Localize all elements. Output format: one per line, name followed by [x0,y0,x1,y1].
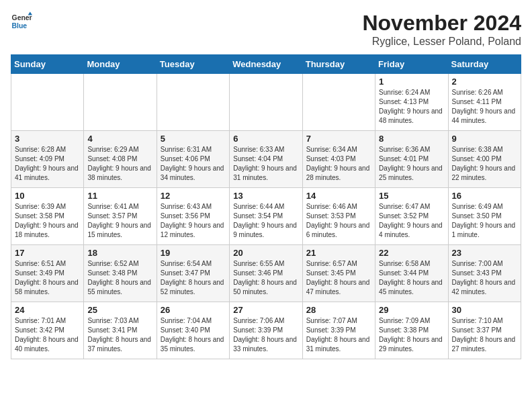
table-row: 27Sunrise: 7:06 AM Sunset: 3:39 PM Dayli… [230,302,302,359]
day-number: 19 [161,248,226,258]
table-row: 7Sunrise: 6:34 AM Sunset: 4:03 PM Daylig… [302,131,375,188]
table-row: 4Sunrise: 6:29 AM Sunset: 4:08 PM Daylig… [84,131,157,188]
day-info: Sunrise: 6:47 AM Sunset: 3:52 PM Dayligh… [379,202,444,240]
day-info: Sunrise: 7:10 AM Sunset: 3:37 PM Dayligh… [452,316,517,354]
table-row [230,74,302,131]
day-info: Sunrise: 7:06 AM Sunset: 3:39 PM Dayligh… [233,316,298,354]
svg-text:General: General [12,14,32,21]
month-title: November 2024 [362,11,521,36]
table-row: 16Sunrise: 6:49 AM Sunset: 3:50 PM Dayli… [448,188,521,245]
header-thursday: Thursday [302,55,375,74]
table-row: 19Sunrise: 6:54 AM Sunset: 3:47 PM Dayli… [157,245,229,302]
day-info: Sunrise: 6:49 AM Sunset: 3:50 PM Dayligh… [452,202,517,240]
day-number: 24 [15,305,80,315]
day-info: Sunrise: 7:01 AM Sunset: 3:42 PM Dayligh… [15,316,80,354]
page-header: General Blue November 2024 Ryglice, Less… [11,11,521,48]
day-number: 30 [452,305,517,315]
day-info: Sunrise: 6:44 AM Sunset: 3:54 PM Dayligh… [233,202,298,240]
day-number: 22 [379,248,444,258]
day-info: Sunrise: 7:09 AM Sunset: 3:38 PM Dayligh… [379,316,444,354]
header-sunday: Sunday [11,55,84,74]
day-number: 20 [233,248,298,258]
day-number: 17 [15,248,80,258]
day-info: Sunrise: 6:38 AM Sunset: 4:00 PM Dayligh… [452,145,517,183]
day-number: 14 [306,191,371,201]
header-monday: Monday [84,55,157,74]
table-row: 14Sunrise: 6:46 AM Sunset: 3:53 PM Dayli… [302,188,375,245]
day-info: Sunrise: 6:43 AM Sunset: 3:56 PM Dayligh… [161,202,226,240]
day-number: 5 [161,134,226,144]
day-number: 16 [452,191,517,201]
day-number: 6 [233,134,298,144]
table-row: 9Sunrise: 6:38 AM Sunset: 4:00 PM Daylig… [448,131,521,188]
day-info: Sunrise: 6:55 AM Sunset: 3:46 PM Dayligh… [233,259,298,297]
day-info: Sunrise: 6:28 AM Sunset: 4:09 PM Dayligh… [15,145,80,183]
day-number: 4 [87,134,152,144]
calendar-header-row: Sunday Monday Tuesday Wednesday Thursday… [11,55,521,74]
day-number: 25 [87,305,152,315]
table-row: 6Sunrise: 6:33 AM Sunset: 4:04 PM Daylig… [230,131,302,188]
table-row: 1Sunrise: 6:24 AM Sunset: 4:13 PM Daylig… [375,74,448,131]
day-info: Sunrise: 6:33 AM Sunset: 4:04 PM Dayligh… [233,145,298,183]
table-row: 12Sunrise: 6:43 AM Sunset: 3:56 PM Dayli… [157,188,229,245]
logo-icon: General Blue [11,11,32,32]
day-number: 7 [306,134,371,144]
day-number: 27 [233,305,298,315]
day-number: 26 [161,305,226,315]
day-info: Sunrise: 6:29 AM Sunset: 4:08 PM Dayligh… [87,145,152,183]
calendar-table: Sunday Monday Tuesday Wednesday Thursday… [11,54,521,359]
table-row: 28Sunrise: 7:07 AM Sunset: 3:39 PM Dayli… [302,302,375,359]
calendar-week-row: 1Sunrise: 6:24 AM Sunset: 4:13 PM Daylig… [11,74,521,131]
day-number: 18 [87,248,152,258]
day-info: Sunrise: 6:24 AM Sunset: 4:13 PM Dayligh… [379,88,444,126]
day-info: Sunrise: 6:52 AM Sunset: 3:48 PM Dayligh… [87,259,152,297]
table-row: 5Sunrise: 6:31 AM Sunset: 4:06 PM Daylig… [157,131,229,188]
svg-marker-2 [28,12,32,15]
day-number: 10 [15,191,80,201]
day-number: 8 [379,134,444,144]
table-row: 8Sunrise: 6:36 AM Sunset: 4:01 PM Daylig… [375,131,448,188]
day-info: Sunrise: 6:46 AM Sunset: 3:53 PM Dayligh… [306,202,371,240]
table-row: 20Sunrise: 6:55 AM Sunset: 3:46 PM Dayli… [230,245,302,302]
table-row [84,74,157,131]
day-number: 3 [15,134,80,144]
day-number: 12 [161,191,226,201]
day-info: Sunrise: 6:26 AM Sunset: 4:11 PM Dayligh… [452,88,517,126]
day-info: Sunrise: 6:54 AM Sunset: 3:47 PM Dayligh… [161,259,226,297]
table-row: 29Sunrise: 7:09 AM Sunset: 3:38 PM Dayli… [375,302,448,359]
day-info: Sunrise: 6:36 AM Sunset: 4:01 PM Dayligh… [379,145,444,183]
day-info: Sunrise: 7:07 AM Sunset: 3:39 PM Dayligh… [306,316,371,354]
table-row: 3Sunrise: 6:28 AM Sunset: 4:09 PM Daylig… [11,131,84,188]
day-info: Sunrise: 7:00 AM Sunset: 3:43 PM Dayligh… [452,259,517,297]
day-info: Sunrise: 7:03 AM Sunset: 3:41 PM Dayligh… [87,316,152,354]
calendar-week-row: 17Sunrise: 6:51 AM Sunset: 3:49 PM Dayli… [11,245,521,302]
day-info: Sunrise: 6:41 AM Sunset: 3:57 PM Dayligh… [87,202,152,240]
table-row: 17Sunrise: 6:51 AM Sunset: 3:49 PM Dayli… [11,245,84,302]
table-row [302,74,375,131]
table-row: 22Sunrise: 6:58 AM Sunset: 3:44 PM Dayli… [375,245,448,302]
day-number: 29 [379,305,444,315]
table-row: 2Sunrise: 6:26 AM Sunset: 4:11 PM Daylig… [448,74,521,131]
table-row: 10Sunrise: 6:39 AM Sunset: 3:58 PM Dayli… [11,188,84,245]
day-number: 15 [379,191,444,201]
logo: General Blue [11,11,35,32]
day-info: Sunrise: 6:57 AM Sunset: 3:45 PM Dayligh… [306,259,371,297]
table-row: 26Sunrise: 7:04 AM Sunset: 3:40 PM Dayli… [157,302,229,359]
table-row: 30Sunrise: 7:10 AM Sunset: 3:37 PM Dayli… [448,302,521,359]
title-area: November 2024 Ryglice, Lesser Poland, Po… [362,11,521,48]
day-info: Sunrise: 6:39 AM Sunset: 3:58 PM Dayligh… [15,202,80,240]
table-row [157,74,229,131]
day-number: 1 [379,77,444,87]
day-info: Sunrise: 6:31 AM Sunset: 4:06 PM Dayligh… [161,145,226,183]
day-number: 28 [306,305,371,315]
location-title: Ryglice, Lesser Poland, Poland [362,36,521,48]
day-number: 21 [306,248,371,258]
table-row: 18Sunrise: 6:52 AM Sunset: 3:48 PM Dayli… [84,245,157,302]
header-tuesday: Tuesday [157,55,229,74]
day-info: Sunrise: 6:34 AM Sunset: 4:03 PM Dayligh… [306,145,371,183]
day-number: 2 [452,77,517,87]
table-row: 24Sunrise: 7:01 AM Sunset: 3:42 PM Dayli… [11,302,84,359]
table-row: 25Sunrise: 7:03 AM Sunset: 3:41 PM Dayli… [84,302,157,359]
day-number: 13 [233,191,298,201]
header-friday: Friday [375,55,448,74]
